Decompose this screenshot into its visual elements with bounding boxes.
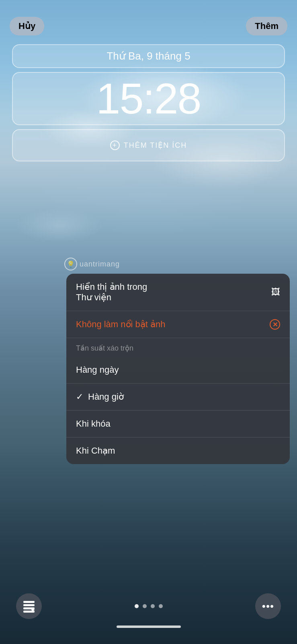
menu-item-daily[interactable]: Hàng ngày: [66, 357, 290, 384]
more-icon: •••: [262, 600, 274, 613]
menu-item-show-library[interactable]: Hiển thị ảnh trongThư viện 🖼: [66, 274, 290, 311]
more-button[interactable]: •••: [255, 593, 281, 619]
menu-item-on-tap[interactable]: Khi Chạm: [66, 438, 290, 464]
dot-3: [151, 604, 155, 608]
context-menu: Hiển thị ảnh trongThư viện 🖼 Không làm n…: [66, 274, 290, 464]
bottom-icons: ✦ •••: [0, 593, 297, 619]
page-dots: [135, 604, 163, 608]
bulb-icon: 💡: [64, 258, 77, 270]
dot-2: [143, 604, 147, 608]
time-display: 15:28: [12, 72, 285, 125]
plus-circle-icon: +: [110, 140, 120, 150]
menu-item-no-highlight-label: Không làm nổi bật ảnh: [76, 319, 270, 330]
cancel-button[interactable]: Hủy: [10, 17, 44, 35]
watermark-text: uantrimang: [80, 260, 120, 268]
dot-1: [135, 604, 139, 608]
bottom-nav: ✦ •••: [0, 593, 297, 628]
date-display: Thứ Ba, 9 tháng 5: [12, 44, 285, 68]
widget-label: THÊM TIỆN ÍCH: [124, 141, 187, 150]
menu-item-show-library-label: Hiển thị ảnh trongThư viện: [76, 282, 271, 303]
menu-item-on-lock-label: Khi khóa: [76, 419, 280, 429]
home-indicator: [117, 625, 181, 628]
menu-item-on-tap-label: Khi Chạm: [76, 446, 280, 456]
top-bar: Hủy Thêm: [0, 0, 297, 40]
menu-item-on-lock[interactable]: Khi khóa: [66, 411, 290, 438]
add-button[interactable]: Thêm: [246, 17, 287, 35]
dot-4: [159, 604, 163, 608]
layers-button[interactable]: ✦: [16, 593, 42, 619]
menu-item-hourly[interactable]: Hàng giờ: [66, 384, 290, 411]
datetime-area: Thứ Ba, 9 tháng 5 15:28 + THÊM TIỆN ÍCH: [12, 44, 285, 161]
add-widget-button[interactable]: + THÊM TIỆN ÍCH: [12, 129, 285, 161]
menu-item-hourly-label: Hàng giờ: [88, 392, 280, 402]
x-circle-icon: ✕: [270, 319, 280, 330]
menu-item-no-highlight[interactable]: Không làm nổi bật ảnh ✕: [66, 311, 290, 338]
shuffle-frequency-header: Tần suất xáo trộn: [66, 338, 290, 357]
watermark: 💡 uantrimang: [64, 258, 120, 270]
spark-overlay-icon: ✦: [30, 606, 35, 614]
shuffle-header-label: Tần suất xáo trộn: [76, 344, 133, 353]
menu-item-daily-label: Hàng ngày: [76, 365, 280, 375]
photo-library-icon: 🖼: [271, 287, 280, 297]
